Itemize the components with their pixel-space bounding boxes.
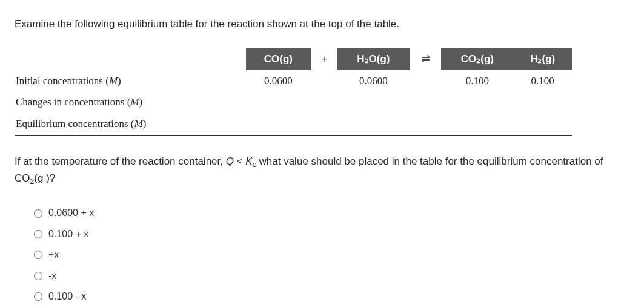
options-group: 0.0600 + x 0.100 + x +x -x 0.100 - x 0.0…: [15, 206, 629, 308]
cell-change-co2: [441, 91, 513, 113]
option-label: 0.100 - x: [48, 290, 86, 303]
header-arrow: ⇌: [410, 48, 442, 70]
cell-initial-co2: 0.100: [441, 70, 513, 92]
cell-eq-h2o: [337, 113, 410, 135]
cell-initial-co: 0.0600: [246, 70, 311, 92]
table-row: Initial concentrations (M) 0.0600 0.0600…: [15, 70, 572, 92]
cell-blank: [311, 70, 337, 92]
header-blank: [15, 48, 246, 70]
option-label: -x: [48, 269, 56, 283]
option-1[interactable]: 0.100 + x: [34, 228, 629, 241]
cell-initial-h2: 0.100: [513, 70, 572, 92]
prompt-text: Examine the following equilibrium table …: [15, 17, 629, 31]
header-plus: +: [311, 48, 337, 70]
cell-eq-co: [246, 113, 311, 135]
row-label-initial: Initial concentrations (M): [15, 70, 246, 92]
question-text: If at the temperature of the reaction co…: [15, 154, 629, 187]
option-2[interactable]: +x: [34, 248, 629, 261]
table-header-row: CO(g) + H₂O(g) ⇌ CO₂(g) H₂(g): [15, 48, 572, 70]
cell-blank: [410, 70, 442, 92]
header-species-co2: CO₂(g): [441, 48, 513, 70]
option-4[interactable]: 0.100 - x: [34, 290, 629, 303]
cell-initial-h2o: 0.0600: [337, 70, 410, 92]
equilibrium-table: CO(g) + H₂O(g) ⇌ CO₂(g) H₂(g) Initial co…: [15, 48, 572, 136]
cell-blank: [311, 113, 337, 135]
cell-change-h2o: [337, 91, 410, 113]
radio-icon: [34, 292, 42, 301]
cell-change-h2: [513, 91, 572, 113]
header-species-h2o: H₂O(g): [337, 48, 410, 70]
header-species-co: CO(g): [246, 48, 311, 70]
cell-blank: [410, 91, 442, 113]
row-label-equilibrium: Equilibrium concentrations (M): [15, 113, 246, 135]
option-0[interactable]: 0.0600 + x: [34, 206, 629, 220]
radio-icon: [34, 230, 42, 238]
cell-blank: [410, 113, 442, 135]
option-label: +x: [48, 248, 59, 261]
option-label: 0.100 + x: [48, 228, 88, 241]
row-label-changes: Changes in concentrations (M): [15, 91, 246, 113]
header-species-h2: H₂(g): [513, 48, 572, 70]
option-3[interactable]: -x: [34, 269, 629, 283]
cell-eq-h2: [513, 113, 572, 135]
cell-eq-co2: [441, 113, 513, 135]
radio-icon: [34, 272, 42, 280]
cell-change-co: [246, 91, 311, 113]
radio-icon: [34, 209, 42, 218]
cell-blank: [311, 91, 337, 113]
option-label: 0.0600 + x: [48, 206, 94, 220]
table-row: Changes in concentrations (M): [15, 91, 572, 113]
radio-icon: [34, 251, 42, 259]
table-row: Equilibrium concentrations (M): [15, 113, 572, 135]
